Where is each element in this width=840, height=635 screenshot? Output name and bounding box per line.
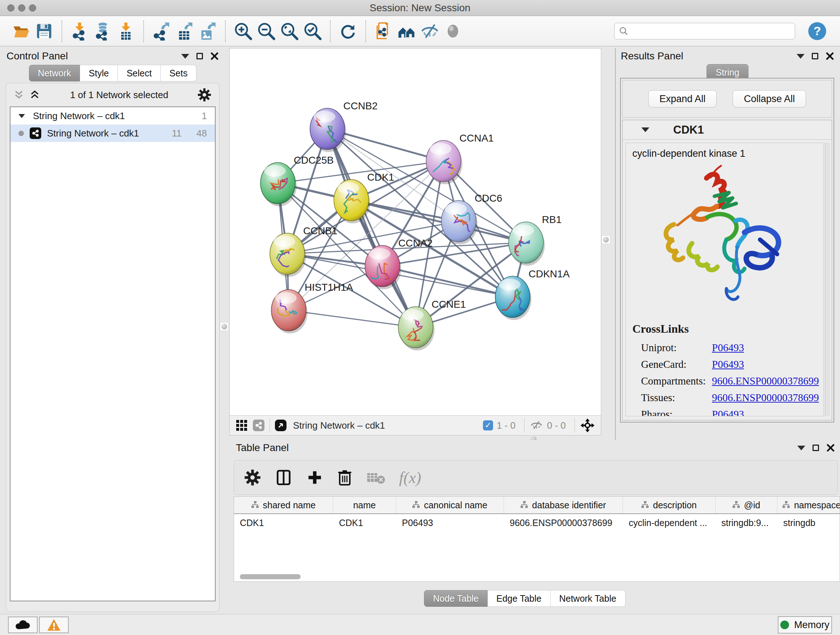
network-canvas[interactable]: CCNB2CCNA1CDC25BCDK1CDC6RB1CCNB1CCNA2CDK… bbox=[230, 49, 601, 415]
refresh-view-button[interactable] bbox=[338, 20, 358, 42]
close-window-button[interactable] bbox=[7, 4, 14, 11]
zoom-in-button[interactable] bbox=[233, 20, 254, 42]
home-button[interactable] bbox=[396, 20, 417, 42]
zoom-fit-button[interactable] bbox=[279, 20, 300, 42]
crosslink-value-compartments[interactable]: 9606.ENSP00000378699 bbox=[712, 375, 819, 387]
network-row[interactable]: String Network – cdk1 11 48 bbox=[11, 125, 215, 142]
network-node-CCNB1[interactable]: CCNB1 bbox=[270, 225, 338, 277]
table-horizontal-scrollbar[interactable] bbox=[240, 574, 301, 579]
maximize-window-button[interactable] bbox=[29, 4, 36, 11]
column-header-id[interactable]: @id bbox=[715, 497, 777, 513]
crosslink-row: Tissues:9606.ENSP00000378699 bbox=[632, 389, 823, 406]
tab-style[interactable]: Style bbox=[80, 65, 118, 81]
column-header-namespace[interactable]: namespace bbox=[777, 497, 840, 513]
export-image-button[interactable] bbox=[197, 20, 218, 42]
add-column-icon[interactable] bbox=[306, 469, 323, 486]
network-badge-icon[interactable] bbox=[253, 420, 264, 431]
right-splitter-handle[interactable] bbox=[602, 235, 610, 244]
left-splitter-handle[interactable] bbox=[220, 322, 229, 331]
cloud-status-button[interactable] bbox=[8, 616, 38, 633]
tab-sets[interactable]: Sets bbox=[161, 65, 196, 81]
minimize-window-button[interactable] bbox=[18, 4, 25, 11]
string-import-button[interactable] bbox=[373, 20, 394, 42]
results-scrollbar[interactable] bbox=[825, 143, 830, 416]
import-network-button[interactable] bbox=[69, 20, 90, 42]
help-button[interactable]: ? bbox=[807, 21, 827, 41]
network-selection-summary: 1 of 1 Network selected bbox=[41, 89, 197, 101]
crosslink-value-uniprot[interactable]: P06493 bbox=[712, 342, 744, 354]
network-node-HIST1H1A[interactable]: HIST1H1A bbox=[271, 282, 353, 333]
column-header-shared-name[interactable]: shared name bbox=[234, 497, 333, 513]
panel-collapse-icon[interactable] bbox=[797, 54, 805, 59]
tab-network[interactable]: Network bbox=[29, 65, 80, 81]
collapse-all-button[interactable]: Collapse All bbox=[733, 90, 806, 108]
gene-section-header[interactable]: CDK1 bbox=[622, 120, 832, 140]
network-edge-HIST1H1A-CCNE1[interactable] bbox=[289, 310, 416, 327]
grid-mode-icon[interactable] bbox=[235, 419, 248, 432]
crosslink-value-pharos[interactable]: P06493 bbox=[712, 409, 744, 417]
hide-selected-button[interactable] bbox=[419, 20, 440, 42]
open-session-button[interactable] bbox=[11, 20, 32, 42]
zoom-out-button[interactable] bbox=[256, 20, 277, 42]
search-input[interactable] bbox=[632, 26, 790, 36]
panel-float-button[interactable] bbox=[196, 53, 203, 59]
expand-all-icon[interactable] bbox=[30, 90, 41, 100]
houses-icon bbox=[397, 21, 416, 41]
column-header-description[interactable]: description bbox=[623, 497, 715, 513]
memory-button[interactable]: Memory bbox=[778, 616, 832, 633]
tab-network-table[interactable]: Network Table bbox=[551, 590, 625, 607]
column-header-database-identifier[interactable]: database identifier bbox=[504, 497, 623, 513]
selected-checkbox[interactable]: ✓ bbox=[483, 420, 493, 431]
network-options-gear-icon[interactable] bbox=[197, 88, 211, 102]
zoom-selected-button[interactable] bbox=[302, 20, 323, 42]
network-collection-row[interactable]: String Network – cdk1 1 bbox=[11, 107, 215, 125]
show-columns-icon[interactable] bbox=[275, 469, 293, 486]
panel-collapse-icon[interactable] bbox=[181, 54, 189, 59]
panel-close-button[interactable] bbox=[826, 443, 835, 452]
gene-description: cyclin-dependent kinase 1 bbox=[632, 148, 823, 159]
network-node-RB1[interactable]: RB1 bbox=[508, 214, 561, 266]
delete-column-icon[interactable] bbox=[337, 469, 353, 486]
network-node-CCNE1[interactable]: CCNE1 bbox=[398, 299, 466, 350]
warning-status-button[interactable] bbox=[39, 616, 69, 633]
tab-select[interactable]: Select bbox=[118, 65, 161, 81]
export-table-button[interactable] bbox=[174, 20, 195, 42]
network-edge-CCNA2-CDKN1A[interactable] bbox=[382, 266, 513, 297]
panel-close-button[interactable] bbox=[826, 52, 834, 60]
network-node-CDKN1A[interactable]: CDKN1A bbox=[495, 268, 570, 320]
panel-float-button[interactable] bbox=[812, 53, 818, 59]
table-options-gear-icon[interactable] bbox=[244, 469, 261, 486]
titlebar: Session: New Session bbox=[0, 0, 840, 16]
cell-id: stringdb:9... bbox=[715, 514, 777, 532]
tab-node-table[interactable]: Node Table bbox=[424, 590, 488, 607]
tab-edge-table[interactable]: Edge Table bbox=[488, 590, 551, 607]
column-header-canonical-name[interactable]: canonical name bbox=[396, 497, 504, 513]
network-collection-count: 1 bbox=[202, 111, 207, 122]
show-all-button[interactable] bbox=[442, 20, 463, 42]
network-edge-CCNB2-CCNE1[interactable] bbox=[327, 129, 416, 327]
crosslink-value-tissues[interactable]: 9606.ENSP00000378699 bbox=[712, 392, 819, 404]
pan-mode-icon[interactable] bbox=[580, 418, 595, 433]
crosslink-value-genecard[interactable]: P06493 bbox=[712, 358, 744, 371]
export-network-button[interactable] bbox=[151, 20, 172, 42]
birdseye-view-icon[interactable] bbox=[275, 420, 286, 431]
table-toolbar: f(x) bbox=[234, 460, 838, 495]
import-table-button[interactable] bbox=[115, 20, 136, 42]
table-row[interactable]: CDK1CDK1P064939606.ENSP00000378699cyclin… bbox=[234, 514, 840, 532]
network-node-CDK1[interactable]: CDK1 bbox=[334, 172, 394, 223]
expand-all-button[interactable]: Expand All bbox=[648, 90, 717, 108]
warning-icon bbox=[47, 618, 61, 631]
panel-collapse-icon[interactable] bbox=[797, 446, 805, 450]
panel-float-button[interactable] bbox=[813, 445, 819, 451]
tree-expand-icon[interactable] bbox=[19, 114, 25, 118]
gene-expand-icon[interactable] bbox=[641, 127, 649, 132]
network-node-CDC6[interactable]: CDC6 bbox=[441, 193, 502, 244]
save-session-button[interactable] bbox=[34, 20, 55, 42]
shared-column-icon bbox=[783, 501, 790, 509]
window-title: Session: New Session bbox=[370, 2, 471, 14]
column-label: canonical name bbox=[424, 500, 487, 510]
collapse-all-icon[interactable] bbox=[14, 90, 25, 100]
panel-close-button[interactable] bbox=[210, 52, 219, 60]
column-header-name[interactable]: name bbox=[333, 497, 396, 513]
import-database-button[interactable] bbox=[92, 20, 113, 42]
